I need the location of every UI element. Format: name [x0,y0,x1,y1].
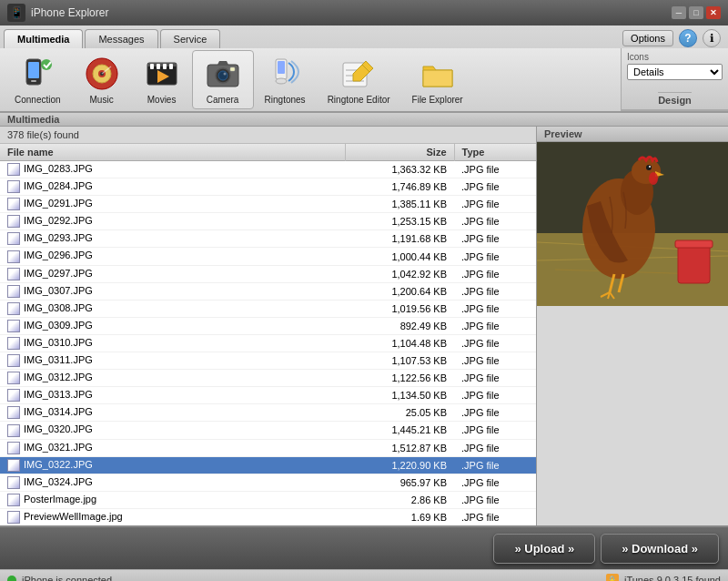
table-row[interactable]: IMG_0310.JPG1,104.48 KB.JPG file [0,334,536,352]
svg-rect-13 [169,64,173,69]
file-type-cell: .JPG file [454,178,536,196]
file-explorer-label: File Explorer [412,95,463,105]
options-button[interactable]: Options [622,30,673,46]
file-size-cell: 1,385.11 KB [345,196,454,213]
svg-rect-21 [278,61,285,74]
file-size-cell: 1,363.32 KB [345,161,454,178]
table-row[interactable]: IMG_0291.JPG1,385.11 KB.JPG file [0,196,536,213]
svg-point-22 [276,78,287,84]
file-type-icon [7,163,20,176]
help-button[interactable]: ? [679,29,697,47]
table-row[interactable]: IMG_0322.JPG1,220.90 KB.JPG file [0,456,536,474]
table-row[interactable]: IMG_0297.JPG1,042.92 KB.JPG file [0,265,536,282]
svg-point-36 [649,172,658,185]
table-row[interactable]: IMG_0308.JPG1,019.56 KB.JPG file [0,300,536,317]
file-name-cell: IMG_0321.JPG [0,439,345,456]
file-size-cell: 1,200.64 KB [345,282,454,300]
nav-item-ringtone-editor[interactable]: Ringtone Editor [317,51,401,108]
svg-point-17 [218,71,228,80]
file-type-cell: .JPG file [454,404,536,422]
file-size-cell: 1,191.68 KB [345,230,454,248]
file-size-cell: 1,220.90 KB [345,456,454,474]
camera-label: Camera [207,95,239,105]
table-row[interactable]: IMG_0284.JPG1,746.89 KB.JPG file [0,178,536,196]
upload-button[interactable]: » Upload » [493,534,595,564]
nav-item-ringtones[interactable]: Ringtones [254,51,317,108]
file-name-cell: IMG_0309.JPG [0,317,345,334]
col-header-type[interactable]: Type [454,144,536,161]
minimize-button[interactable]: ─ [672,6,686,19]
icons-label: Icons [627,52,649,62]
app-icon: 📱 [7,4,25,22]
tab-multimedia[interactable]: Multimedia [4,29,83,48]
col-header-name[interactable]: File name [0,144,345,161]
download-button[interactable]: » Download » [601,534,719,564]
nav-item-file-explorer[interactable]: File Explorer [401,51,474,108]
design-section-label: Design [658,92,692,106]
file-type-cell: .JPG file [454,300,536,317]
file-name-cell: IMG_0322.JPG [0,456,345,474]
music-icon [83,55,121,93]
file-type-cell: .JPG file [454,213,536,230]
file-type-cell: .JPG file [454,196,536,213]
file-type-cell: .JPG file [454,370,536,387]
file-type-cell: .JPG file [454,491,536,508]
table-row[interactable]: IMG_0320.JPG1,445.21 KB.JPG file [0,422,536,439]
col-header-size[interactable]: Size [345,144,454,161]
file-type-cell: .JPG file [454,230,536,248]
file-size-cell: 892.49 KB [345,317,454,334]
nav-item-connection[interactable]: Connection [4,51,72,108]
maximize-button[interactable]: □ [689,6,703,19]
table-row[interactable]: IMG_0293.JPG1,191.68 KB.JPG file [0,230,536,248]
file-type-icon [7,494,20,506]
file-type-icon [7,459,20,472]
table-row[interactable]: IMG_0312.JPG1,122.56 KB.JPG file [0,370,536,387]
table-row[interactable]: IMG_0311.JPG1,107.53 KB.JPG file [0,352,536,370]
file-type-icon [7,198,20,210]
file-type-icon [7,476,20,489]
nav-item-camera[interactable]: Camera [192,50,254,109]
ringtones-label: Ringtones [265,95,306,105]
tab-service[interactable]: Service [160,29,221,48]
table-row[interactable]: IMG_0296.JPG1,000.44 KB.JPG file [0,248,536,265]
icons-select[interactable]: Details Icons List [627,64,723,80]
preview-svg [537,142,728,306]
table-row[interactable]: IMG_0292.JPG1,253.15 KB.JPG file [0,213,536,230]
file-type-icon [7,285,20,298]
table-row[interactable]: IMG_0283.JPG1,363.32 KB.JPG file [0,161,536,178]
table-row[interactable]: IMG_0313.JPG1,134.50 KB.JPG file [0,387,536,404]
window-controls: ─ □ ✕ [672,6,721,19]
svg-rect-19 [230,67,235,71]
ringtone-editor-label: Ringtone Editor [328,95,390,105]
file-size-cell: 1,746.89 KB [345,178,454,196]
table-row[interactable]: IMG_0314.JPG25.05 KB.JPG file [0,404,536,422]
nav-item-movies[interactable]: Movies [132,51,192,108]
file-type-cell: .JPG file [454,387,536,404]
tab-messages[interactable]: Messages [85,29,157,48]
movies-label: Movies [147,95,177,105]
file-type-cell: .JPG file [454,248,536,265]
lock-icon: 🔒 [606,574,619,582]
table-row[interactable]: IMG_0307.JPG1,200.64 KB.JPG file [0,282,536,300]
info-button[interactable]: ℹ [703,29,721,47]
file-type-cell: .JPG file [454,317,536,334]
file-type-icon [7,337,20,350]
table-row[interactable]: PosterImage.jpg2.86 KB.JPG file [0,491,536,508]
design-panel: Icons Details Icons List Design [621,48,728,111]
file-table: File name Size Type IMG_0283.JPG1,363.32… [0,144,536,525]
nav-item-music[interactable]: Music [72,51,132,108]
connection-indicator [7,576,16,582]
window-title: iPhone Explorer [31,6,108,19]
file-type-icon [7,302,20,315]
close-button[interactable]: ✕ [706,6,721,19]
file-table-container[interactable]: File name Size Type IMG_0283.JPG1,363.32… [0,144,536,525]
svg-rect-39 [678,242,710,283]
table-row[interactable]: IMG_0321.JPG1,512.87 KB.JPG file [0,439,536,456]
file-name-cell: IMG_0324.JPG [0,474,345,491]
nav-icons: Connection Music [0,48,621,111]
table-row[interactable]: PreviewWellImage.jpg1.69 KB.JPG file [0,508,536,525]
table-row[interactable]: IMG_0324.JPG965.97 KB.JPG file [0,474,536,491]
bottom-bar: » Upload » » Download » [0,525,728,569]
file-type-icon [7,215,20,228]
table-row[interactable]: IMG_0309.JPG892.49 KB.JPG file [0,317,536,334]
